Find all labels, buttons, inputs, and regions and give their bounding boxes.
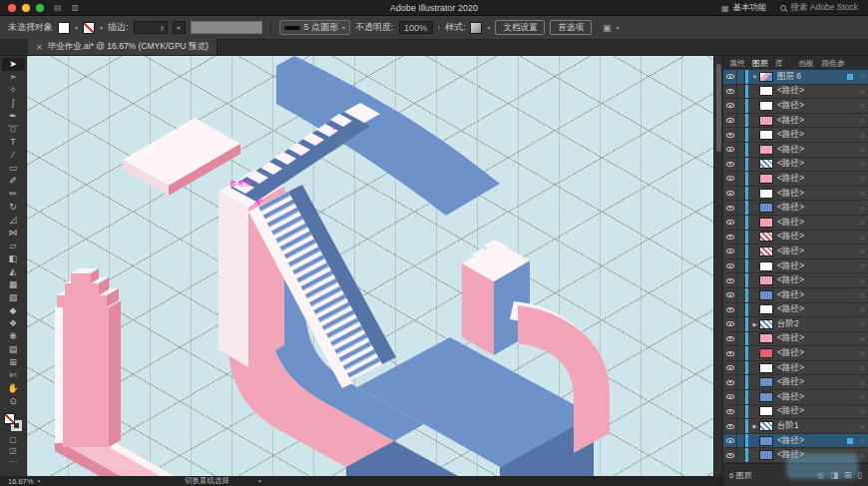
target-icon[interactable]: ○	[856, 408, 868, 415]
target-icon[interactable]: ○	[856, 437, 868, 444]
layer-row[interactable]: <路径>○	[723, 361, 868, 376]
target-icon[interactable]: ○	[856, 234, 868, 241]
target-icon[interactable]: ○	[856, 350, 868, 357]
layer-row[interactable]: <路径>○	[723, 99, 868, 114]
free-transform-tool[interactable]: ▱	[2, 240, 25, 252]
opacity-panel-chevron[interactable]: ›	[438, 24, 440, 31]
lock-column[interactable]	[737, 172, 745, 186]
stroke-swatch[interactable]	[83, 22, 95, 34]
visibility-toggle[interactable]	[723, 390, 737, 404]
fill-stroke-control[interactable]	[4, 413, 22, 431]
expand-arrow[interactable]: ▼	[750, 74, 759, 80]
align-options-icon[interactable]: ▣	[603, 23, 612, 33]
lock-column[interactable]	[737, 273, 745, 287]
lock-column[interactable]	[737, 85, 745, 99]
target-icon[interactable]: ○	[856, 379, 868, 386]
style-dropdown-icon[interactable]: ▾	[487, 24, 490, 31]
mesh-tool[interactable]: ▦	[2, 278, 25, 291]
visibility-toggle[interactable]	[723, 288, 737, 302]
zoom-dropdown-icon[interactable]: ▼	[36, 478, 41, 484]
pencil-tool[interactable]: ✏	[2, 188, 25, 201]
lock-column[interactable]	[737, 405, 745, 419]
lock-column[interactable]	[737, 303, 745, 317]
symbol-sprayer-tool[interactable]: ❋	[2, 330, 25, 343]
lock-column[interactable]	[737, 158, 745, 172]
stepper-icon[interactable]: ▲▼	[161, 25, 165, 31]
preferences-button[interactable]: 首选项	[550, 20, 592, 35]
style-swatch[interactable]	[470, 22, 482, 34]
layer-row[interactable]: <路径>○	[723, 128, 868, 143]
layer-row[interactable]: <路径>○	[723, 187, 868, 202]
magic-wand-tool[interactable]: ✧	[2, 84, 25, 97]
draw-normal-mode-icon[interactable]: ▢	[9, 434, 17, 445]
target-icon[interactable]: ○	[856, 364, 868, 371]
layer-row[interactable]: <路径>○	[723, 390, 868, 405]
fill-dropdown-icon[interactable]: ▾	[75, 24, 78, 31]
layer-row[interactable]: <路径>○	[723, 114, 868, 129]
visibility-toggle[interactable]	[723, 346, 737, 360]
lock-column[interactable]	[737, 390, 745, 404]
paintbrush-tool[interactable]: ✐	[2, 175, 25, 188]
target-icon[interactable]: ○	[856, 262, 868, 269]
lasso-tool[interactable]: ʃ	[2, 97, 25, 110]
target-icon[interactable]: ○	[856, 247, 868, 254]
delete-layer-icon[interactable]: ▯	[857, 470, 862, 480]
visibility-toggle[interactable]	[723, 259, 737, 273]
layer-row[interactable]: <路径>○	[723, 172, 868, 187]
target-icon[interactable]: ○	[856, 73, 868, 80]
visibility-toggle[interactable]	[723, 419, 737, 433]
layer-row[interactable]: <路径>○	[723, 201, 868, 216]
target-icon[interactable]: ○	[856, 175, 868, 182]
layer-row[interactable]: <路径>○	[723, 434, 868, 449]
target-icon[interactable]: ○	[856, 88, 868, 95]
locate-object-icon[interactable]: ◎	[817, 470, 824, 480]
visibility-toggle[interactable]	[723, 143, 737, 157]
type-tool[interactable]: T	[2, 136, 25, 149]
zoom-level-dropdown[interactable]: 16.67%	[8, 477, 33, 486]
align-options-dropdown-icon[interactable]: ▾	[616, 24, 619, 31]
stock-search[interactable]: 搜索 Adobe Stock	[780, 2, 858, 14]
graph-tool[interactable]: ▤	[2, 343, 25, 356]
stroke-weight-input[interactable]: ▲▼	[134, 21, 168, 34]
target-icon[interactable]: ○	[856, 335, 868, 342]
layer-row[interactable]: ▶台阶1○	[723, 419, 868, 434]
shape-builder-tool[interactable]: ◧	[2, 252, 25, 265]
target-icon[interactable]: ○	[856, 423, 868, 430]
layer-row[interactable]: <路径>○	[723, 244, 868, 259]
layer-row[interactable]: <路径>○	[723, 405, 868, 420]
visibility-toggle[interactable]	[723, 361, 737, 375]
layer-row[interactable]: <路径>○	[723, 85, 868, 100]
zoom-window-button[interactable]	[36, 4, 44, 12]
layer-row[interactable]: <路径>○	[723, 332, 868, 347]
lock-column[interactable]	[737, 375, 745, 389]
lock-column[interactable]	[737, 128, 745, 142]
rectangle-tool[interactable]: ▭	[2, 162, 25, 175]
visibility-toggle[interactable]	[723, 303, 737, 317]
close-window-button[interactable]	[8, 4, 16, 12]
fill-swatch[interactable]	[58, 22, 70, 34]
layer-row[interactable]: <路径>○	[723, 273, 868, 288]
lock-column[interactable]	[737, 99, 745, 113]
target-icon[interactable]: ○	[856, 320, 868, 327]
fill-proxy-swatch[interactable]	[4, 413, 15, 424]
target-icon[interactable]: ○	[856, 161, 868, 168]
menu-icon[interactable]: ▤	[54, 3, 62, 12]
panel-tab-图层[interactable]: 图层	[752, 58, 768, 69]
close-tab-icon[interactable]: ✕	[36, 43, 43, 52]
layer-row[interactable]: <路径>○	[723, 216, 868, 231]
target-icon[interactable]: ○	[856, 393, 868, 400]
layer-row[interactable]: <路径>○	[723, 448, 868, 463]
lock-column[interactable]	[737, 216, 745, 230]
layer-row[interactable]: <路径>○	[723, 288, 868, 303]
slice-tool[interactable]: ✄	[2, 369, 25, 382]
hand-tool[interactable]: ✋	[2, 382, 25, 395]
lock-column[interactable]	[737, 317, 745, 331]
lock-column[interactable]	[737, 244, 745, 258]
lock-column[interactable]	[737, 448, 745, 462]
make-mask-icon[interactable]: ◨	[830, 470, 838, 480]
visibility-toggle[interactable]	[723, 99, 737, 113]
layer-row[interactable]: <路径>○	[723, 143, 868, 158]
target-icon[interactable]: ○	[856, 146, 868, 153]
status-hint-dropdown-icon[interactable]: ▼	[257, 478, 262, 484]
zoom-tool[interactable]: ⊙	[2, 395, 25, 408]
